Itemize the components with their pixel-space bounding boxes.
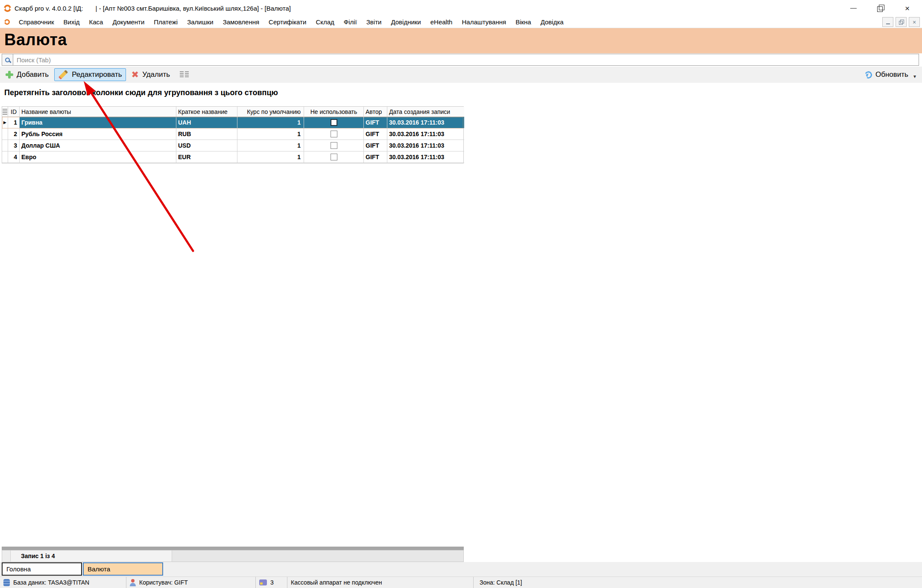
window-minimize-button[interactable] <box>850 5 857 12</box>
cell-code: EUR <box>176 151 237 163</box>
menu-dovidnyky[interactable]: Довідники <box>386 17 425 27</box>
unused-checkbox[interactable] <box>331 119 337 126</box>
cell-author: GIFT <box>364 140 387 151</box>
menu-platezhi[interactable]: Платежі <box>149 17 182 27</box>
add-button[interactable]: Добавить <box>2 68 53 81</box>
window-close-button[interactable]: × <box>904 5 911 12</box>
delete-button[interactable]: ✖ Удалить <box>128 68 174 81</box>
column-header-unused[interactable]: Не использовать <box>304 107 364 117</box>
cell-author: GIFT <box>364 117 387 128</box>
grid-horizontal-scrollbar[interactable] <box>2 547 464 550</box>
menu-vykhid[interactable]: Вихід <box>59 17 85 27</box>
search-input[interactable] <box>13 56 919 64</box>
menu-bar: Справочник Вихід Каса Документи Платежі … <box>0 16 922 28</box>
edit-button[interactable]: Редактировать <box>54 68 126 81</box>
cell-rate: 1 <box>237 117 304 128</box>
database-label: База даних: TASA3@TITAN <box>13 579 89 586</box>
menu-zvity[interactable]: Звіти <box>362 17 386 27</box>
cell-id: 4 <box>8 151 20 163</box>
statusbar-user: Користувач: GIFT <box>126 577 255 588</box>
pencil-icon <box>59 70 68 80</box>
cell-id: 2 <box>8 128 20 140</box>
unused-checkbox[interactable] <box>331 142 337 149</box>
column-header-id[interactable]: ID <box>8 107 20 117</box>
table-row-usd[interactable]: 3 Доллар США USD 1 GIFT 30.03.2016 17:11… <box>2 140 463 151</box>
column-header-name[interactable]: Название валюты <box>20 107 176 117</box>
cell-unused <box>304 151 364 163</box>
cell-rate: 1 <box>237 128 304 140</box>
statusbar-cash-count: 3 <box>255 577 287 588</box>
plus-icon <box>6 71 13 79</box>
refresh-dropdown-caret[interactable]: ▾ <box>913 73 916 79</box>
cell-rate: 1 <box>237 151 304 163</box>
currency-table: ID Название валюты Краткое название Курс… <box>2 106 464 163</box>
cell-created: 30.03.2016 17:11:03 <box>387 140 464 151</box>
mdi-restore-button[interactable] <box>896 17 907 27</box>
table-row-uah[interactable]: ► 1 Гривна UAH 1 GIFT 30.03.2016 17:11:0… <box>2 117 463 128</box>
cell-created: 30.03.2016 17:11:03 <box>387 151 464 163</box>
grid-grip-icon <box>3 109 7 115</box>
column-header-code[interactable]: Краткое название <box>176 107 237 117</box>
page-header: Валюта <box>0 28 922 53</box>
grid-footer: Запис 1 із 4 <box>2 550 464 562</box>
cell-code: USD <box>176 140 237 151</box>
window-restore-button[interactable] <box>877 5 884 12</box>
cell-name: Рубль Россия <box>20 128 176 140</box>
cell-unused <box>304 117 364 128</box>
table-row-eur[interactable]: 4 Евро EUR 1 GIFT 30.03.2016 17:11:03 <box>2 151 463 163</box>
record-status: Запис 1 із 4 <box>11 550 172 562</box>
cell-name: Гривна <box>20 117 176 128</box>
unused-checkbox[interactable] <box>331 154 337 160</box>
window-title: Скарб pro v. 4.0.0.2 [ІД: | - [Апт №003 … <box>15 5 291 12</box>
edit-button-label: Редактировать <box>72 70 122 79</box>
cell-rate: 1 <box>237 140 304 151</box>
menu-dovidka[interactable]: Довідка <box>536 17 568 27</box>
menu-sklad[interactable]: Склад <box>311 17 339 27</box>
search-icon <box>5 58 10 62</box>
mdi-minimize-button[interactable] <box>882 17 893 27</box>
search-box <box>2 54 919 66</box>
status-bar: База даних: TASA3@TITAN Користувач: GIFT… <box>0 576 922 588</box>
menu-kasa[interactable]: Каса <box>84 17 108 27</box>
column-header-created[interactable]: Дата создания записи <box>387 107 464 117</box>
tab-holovna[interactable]: Головна <box>2 562 82 576</box>
table-row-rub[interactable]: 2 Рубль Россия RUB 1 GIFT 30.03.2016 17:… <box>2 128 463 140</box>
menu-ehealth[interactable]: eHealth <box>426 17 457 27</box>
cash-count-label: 3 <box>270 579 274 586</box>
menu-dokumenty[interactable]: Документи <box>108 17 149 27</box>
user-label: Користувач: GIFT <box>139 579 188 586</box>
menu-spravochnik[interactable]: Справочник <box>14 17 59 27</box>
delete-button-label: Удалить <box>142 70 170 79</box>
menu-nalashtuvannia[interactable]: Налаштування <box>457 17 511 27</box>
toolbar: Добавить Редактировать ✖ Удалить Обновит… <box>0 67 922 83</box>
add-button-label: Добавить <box>17 70 49 79</box>
group-by-drop-zone[interactable]: Перетягніть заголовок колонки сюди для у… <box>0 83 922 106</box>
cell-unused <box>304 140 364 151</box>
menu-zamovlennia[interactable]: Замовлення <box>218 17 264 27</box>
column-header-author[interactable]: Автор <box>364 107 387 117</box>
cell-id: 1 <box>8 117 20 128</box>
mdi-close-button[interactable]: × <box>909 17 920 27</box>
title-bar: Скарб pro v. 4.0.0.2 [ІД: | - [Апт №003 … <box>0 0 922 16</box>
column-chooser-button[interactable] <box>180 71 189 78</box>
cell-author: GIFT <box>364 151 387 163</box>
refresh-button[interactable]: Обновить ▾ <box>865 70 922 79</box>
tab-valiuta[interactable]: Валюта <box>83 562 163 576</box>
zone-label: Зона: Склад [1] <box>480 579 522 586</box>
cell-author: GIFT <box>364 128 387 140</box>
page-title: Валюта <box>0 28 922 49</box>
unused-checkbox[interactable] <box>331 131 337 137</box>
delete-cross-icon: ✖ <box>132 71 139 79</box>
current-row-arrow-icon: ► <box>3 119 8 125</box>
person-icon <box>130 579 136 586</box>
menu-vikna[interactable]: Вікна <box>511 17 536 27</box>
cash-register-icon <box>259 579 267 585</box>
column-header-rate[interactable]: Курс по умолчанию <box>237 107 304 117</box>
menu-filii[interactable]: Філії <box>339 17 362 27</box>
menu-sertyfikaty[interactable]: Сертифікати <box>264 17 311 27</box>
cell-name: Евро <box>20 151 176 163</box>
menu-zalyshky[interactable]: Залишки <box>182 17 218 27</box>
cash-status-label: Кассовый аппарат не подключен <box>291 579 382 586</box>
search-button[interactable] <box>2 54 13 65</box>
refresh-button-label: Обновить <box>875 70 908 79</box>
